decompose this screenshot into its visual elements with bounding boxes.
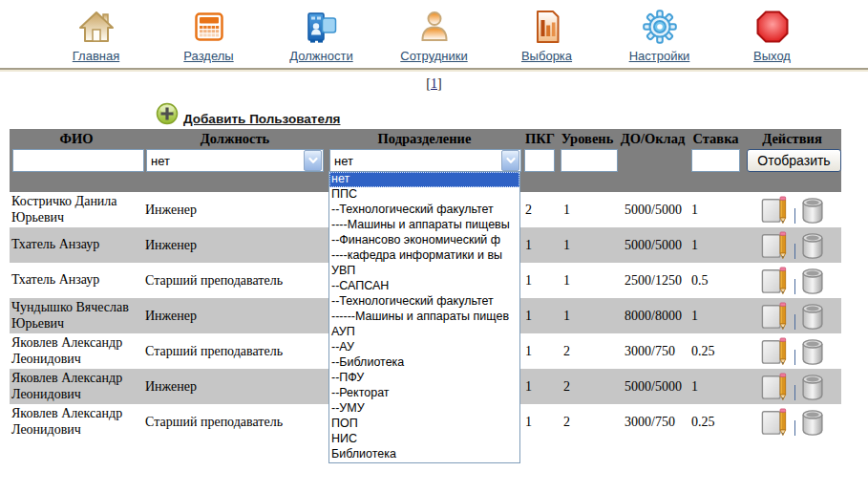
edit-icon[interactable] bbox=[761, 231, 788, 260]
nav-label-positions[interactable]: Должности bbox=[289, 49, 352, 63]
cell-position: Старший преподаватель bbox=[143, 263, 327, 298]
sections-icon bbox=[190, 8, 228, 46]
cell-rate: 0.25 bbox=[688, 404, 743, 439]
dropdown-option[interactable]: ----кафедра информатики и вы bbox=[329, 248, 519, 264]
cell-pkg: 1 bbox=[522, 404, 558, 439]
dropdown-option[interactable]: --Финансово экономический ф bbox=[329, 233, 519, 248]
cell-fio: Яковлев Александр Леонидович bbox=[10, 333, 143, 369]
nav-item-positions[interactable]: Должности bbox=[284, 8, 360, 63]
action-separator bbox=[794, 279, 795, 294]
delete-icon[interactable] bbox=[801, 408, 824, 436]
nav-label-home[interactable]: Главная bbox=[73, 49, 119, 63]
pagination[interactable]: [1] bbox=[0, 76, 868, 94]
edit-icon[interactable] bbox=[761, 302, 788, 331]
cell-salary: 5000/5000 bbox=[617, 227, 688, 263]
cell-rate: 1 bbox=[688, 227, 743, 263]
add-user-link[interactable]: Добавить Пользователя bbox=[183, 112, 340, 126]
cell-pkg: 1 bbox=[522, 369, 558, 404]
nav-item-home[interactable]: Главная bbox=[58, 8, 135, 63]
action-separator bbox=[794, 314, 795, 330]
edit-icon[interactable] bbox=[761, 373, 788, 401]
cell-level: 1 bbox=[558, 263, 617, 298]
cell-rate: 1 bbox=[688, 192, 743, 227]
cell-pkg: 2 bbox=[522, 192, 558, 227]
cell-pkg: 1 bbox=[522, 298, 558, 333]
position-filter-select[interactable]: нет bbox=[146, 149, 324, 172]
dropdown-option[interactable]: УВП bbox=[329, 264, 519, 279]
delete-icon[interactable] bbox=[801, 373, 824, 400]
exit-icon bbox=[753, 8, 792, 46]
dropdown-option-selected[interactable]: нет bbox=[329, 172, 519, 187]
cell-level: 2 bbox=[558, 404, 617, 439]
report-icon bbox=[528, 8, 566, 46]
header-actions: Действия bbox=[743, 129, 841, 148]
action-separator bbox=[794, 208, 795, 224]
cell-fio: Тхатель Анзаур bbox=[10, 263, 143, 298]
cell-position: Инженер bbox=[143, 298, 327, 333]
action-separator bbox=[794, 244, 795, 259]
level-filter-input[interactable] bbox=[561, 149, 618, 172]
nav-label-employees[interactable]: Сотрудники bbox=[400, 49, 467, 63]
dropdown-option[interactable]: ------Машины и аппараты пищев bbox=[329, 310, 519, 325]
cell-fio: Яковлев Александр Леонидович bbox=[10, 369, 143, 404]
delete-icon[interactable] bbox=[801, 196, 824, 224]
dropdown-option[interactable]: --Ректорат bbox=[329, 386, 519, 401]
cell-salary: 8000/8000 bbox=[617, 298, 688, 333]
cell-pkg: 1 bbox=[522, 333, 558, 369]
dropdown-option[interactable]: --Технологический факультет bbox=[329, 203, 519, 218]
dropdown-option[interactable]: --Библиотека bbox=[329, 355, 519, 371]
nav-label-selection[interactable]: Выборка bbox=[521, 49, 572, 63]
dropdown-option[interactable]: --АУ bbox=[329, 340, 519, 355]
delete-icon[interactable] bbox=[801, 302, 824, 330]
delete-icon[interactable] bbox=[801, 231, 824, 259]
cell-fio: Тхатель Анзаур bbox=[10, 227, 143, 263]
cell-salary: 5000/5000 bbox=[617, 369, 688, 404]
cell-position: Старший преподаватель bbox=[143, 333, 327, 369]
pagination-page-1[interactable]: 1 bbox=[431, 76, 437, 91]
nav-label-settings[interactable]: Настройки bbox=[629, 49, 690, 63]
cell-level: 1 bbox=[558, 298, 617, 333]
department-filter-select[interactable]: нет bbox=[329, 149, 521, 172]
edit-icon[interactable] bbox=[761, 408, 788, 437]
dropdown-option[interactable]: --Технологический факультет bbox=[329, 294, 519, 310]
cell-rate: 1 bbox=[688, 369, 743, 404]
header-divider bbox=[0, 68, 868, 72]
dropdown-option[interactable]: --САПСАН bbox=[329, 279, 519, 294]
nav-item-selection[interactable]: Выборка bbox=[509, 8, 585, 63]
nav-label-sections[interactable]: Разделы bbox=[183, 49, 233, 63]
edit-icon[interactable] bbox=[761, 267, 788, 295]
edit-icon[interactable] bbox=[761, 196, 788, 225]
positions-icon bbox=[303, 8, 341, 46]
dropdown-option[interactable]: --ПФУ bbox=[329, 371, 519, 386]
cell-salary: 3000/750 bbox=[617, 333, 688, 369]
cell-position: Инженер bbox=[143, 192, 327, 227]
nav-item-sections[interactable]: Разделы bbox=[171, 8, 247, 63]
fio-filter-input[interactable] bbox=[12, 149, 144, 172]
cell-pkg: 1 bbox=[522, 263, 558, 298]
pkg-filter-input[interactable] bbox=[524, 149, 555, 172]
cell-salary: 3000/750 bbox=[617, 404, 688, 439]
dropdown-option[interactable]: ----Машины и аппараты пищевы bbox=[329, 218, 519, 233]
rate-filter-input[interactable] bbox=[691, 149, 740, 172]
cell-rate: 1 bbox=[688, 298, 743, 333]
chevron-down-icon[interactable] bbox=[304, 150, 322, 171]
action-separator bbox=[794, 350, 795, 365]
cell-fio: Чундышко Вячеслав Юрьевич bbox=[10, 298, 143, 333]
dropdown-option[interactable]: ПОП bbox=[329, 417, 519, 432]
add-plus-icon[interactable] bbox=[156, 102, 179, 126]
show-button[interactable]: Отобразить bbox=[747, 149, 841, 172]
nav-item-settings[interactable]: Настройки bbox=[622, 8, 698, 63]
dropdown-option[interactable]: Библиотека bbox=[329, 447, 519, 462]
dropdown-option[interactable]: ППС bbox=[329, 187, 519, 203]
nav-item-employees[interactable]: Сотрудники bbox=[396, 8, 473, 63]
nav-item-exit[interactable]: Выход bbox=[734, 8, 811, 63]
delete-icon[interactable] bbox=[801, 267, 824, 294]
nav-label-exit[interactable]: Выход bbox=[753, 49, 791, 63]
cell-level: 2 bbox=[558, 333, 617, 369]
dropdown-option[interactable]: АУП bbox=[329, 325, 519, 340]
dropdown-option[interactable]: НИС bbox=[329, 432, 519, 447]
delete-icon[interactable] bbox=[801, 337, 824, 365]
chevron-down-icon[interactable] bbox=[501, 150, 519, 171]
edit-icon[interactable] bbox=[761, 337, 788, 366]
dropdown-option[interactable]: --УМУ bbox=[329, 401, 519, 417]
